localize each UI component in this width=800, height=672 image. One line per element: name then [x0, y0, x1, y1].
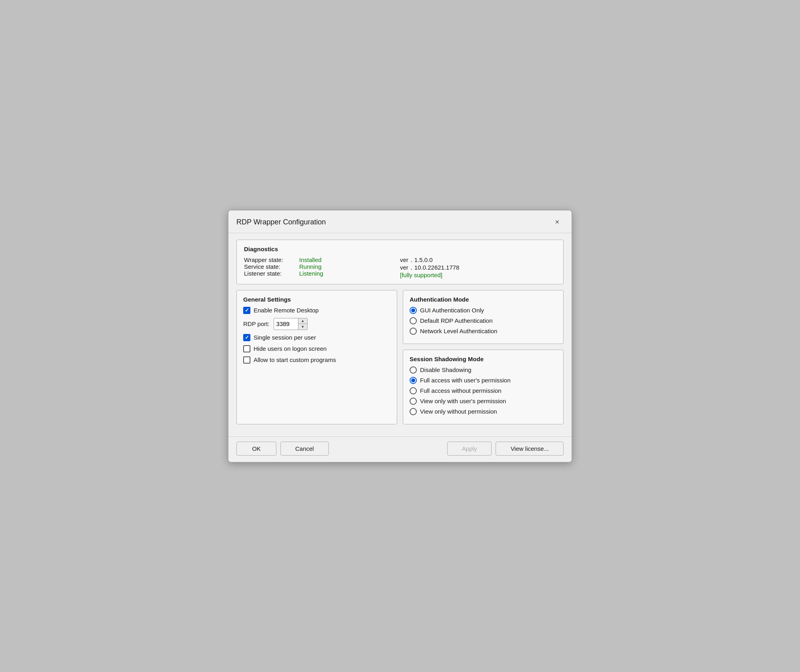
right-panels: Authentication Mode GUI Authentication O… — [403, 290, 564, 424]
enable-rdp-checkbox[interactable] — [243, 307, 250, 314]
auth-option-1-label: Default RDP Authentication — [420, 317, 493, 324]
listener-state-row: Listener state: Listening — [244, 270, 400, 277]
window-title: RDP Wrapper Configuration — [236, 218, 326, 226]
listener-state-value: Listening — [299, 270, 323, 277]
allow-programs-checkbox[interactable] — [243, 356, 250, 364]
shadow-option-1[interactable]: Full access with user's permission — [410, 377, 557, 384]
shadow-radio-0[interactable] — [410, 366, 417, 374]
diagnostics-section: Diagnostics Wrapper state: Installed Ser… — [236, 240, 564, 284]
auth-option-2-label: Network Level Authentication — [420, 328, 497, 334]
listener-state-label: Listener state: — [244, 270, 296, 277]
support-status-row: [fully supported] — [400, 272, 556, 278]
enable-rdp-label: Enable Remote Desktop — [254, 307, 319, 314]
diagnostics-grid: Wrapper state: Installed Service state: … — [244, 256, 556, 278]
ok-button[interactable]: OK — [236, 442, 276, 456]
shadow-option-0[interactable]: Disable Shadowing — [410, 366, 557, 374]
shadow-option-2-label: Full access without permission — [420, 387, 501, 394]
wrapper-state-value: Installed — [299, 256, 322, 263]
auth-option-1[interactable]: Default RDP Authentication — [410, 317, 557, 324]
spin-up-button[interactable]: ▲ — [298, 318, 307, 324]
button-spacer — [333, 442, 443, 456]
main-content: Diagnostics Wrapper state: Installed Ser… — [228, 233, 572, 436]
service-state-row: Service state: Running — [244, 263, 400, 270]
auth-option-2[interactable]: Network Level Authentication — [410, 328, 557, 335]
shadow-radio-2[interactable] — [410, 387, 417, 394]
rdp-wrapper-config-window: RDP Wrapper Configuration × Diagnostics … — [228, 210, 572, 462]
wrapper-version-value: ver．1.5.0.0 — [400, 256, 433, 264]
single-session-row[interactable]: Single session per user — [243, 334, 390, 341]
diagnostics-left-col: Wrapper state: Installed Service state: … — [244, 256, 400, 278]
allow-programs-label: Allow to start custom programs — [254, 356, 336, 363]
general-settings-label: General Settings — [243, 296, 390, 303]
diagnostics-right-col: ver．1.5.0.0 ver．10.0.22621.1778 [fully s… — [400, 256, 556, 278]
apply-button[interactable]: Apply — [447, 442, 492, 456]
auth-radio-0[interactable] — [410, 307, 417, 314]
shadow-option-1-label: Full access with user's permission — [420, 377, 510, 384]
allow-programs-row[interactable]: Allow to start custom programs — [243, 356, 390, 364]
auth-option-0[interactable]: GUI Authentication Only — [410, 307, 557, 314]
general-settings-panel: General Settings Enable Remote Desktop R… — [236, 290, 397, 424]
shadow-radio-4[interactable] — [410, 408, 417, 415]
middle-section: General Settings Enable Remote Desktop R… — [236, 290, 564, 424]
close-button[interactable]: × — [551, 216, 564, 229]
enable-rdp-row[interactable]: Enable Remote Desktop — [243, 307, 390, 314]
authentication-mode-panel: Authentication Mode GUI Authentication O… — [403, 290, 564, 344]
single-session-label: Single session per user — [254, 334, 316, 341]
service-state-value: Running — [299, 263, 322, 270]
shadow-option-2[interactable]: Full access without permission — [410, 387, 557, 394]
rdp-port-input[interactable] — [274, 318, 298, 330]
shadow-option-3[interactable]: View only with user's permission — [410, 398, 557, 405]
spin-down-button[interactable]: ▼ — [298, 324, 307, 330]
hide-users-row[interactable]: Hide users on logon screen — [243, 345, 390, 352]
single-session-checkbox[interactable] — [243, 334, 250, 341]
wrapper-state-row: Wrapper state: Installed — [244, 256, 400, 263]
shadowing-mode-panel: Session Shadowing Mode Disable Shadowing… — [403, 350, 564, 424]
shadow-radio-1[interactable] — [410, 377, 417, 384]
support-status-value: [fully supported] — [400, 272, 442, 278]
rdp-port-spinner[interactable]: ▲ ▼ — [274, 318, 308, 330]
rdp-port-label: RDP port: — [243, 320, 270, 327]
auth-radio-1[interactable] — [410, 317, 417, 324]
auth-option-0-label: GUI Authentication Only — [420, 307, 484, 314]
auth-mode-label: Authentication Mode — [410, 296, 557, 303]
spin-buttons: ▲ ▼ — [298, 318, 307, 330]
shadow-option-4-label: View only without permission — [420, 408, 497, 415]
wrapper-version-row: ver．1.5.0.0 — [400, 256, 556, 264]
diagnostics-label: Diagnostics — [244, 246, 556, 252]
service-state-label: Service state: — [244, 263, 296, 270]
shadow-option-3-label: View only with user's permission — [420, 398, 506, 404]
title-bar: RDP Wrapper Configuration × — [228, 210, 572, 233]
wrapper-state-label: Wrapper state: — [244, 256, 296, 263]
auth-radio-2[interactable] — [410, 328, 417, 335]
rdp-port-row: RDP port: ▲ ▼ — [243, 318, 390, 330]
cancel-button[interactable]: Cancel — [280, 442, 329, 456]
view-license-button[interactable]: View license... — [496, 442, 564, 456]
shadow-radio-3[interactable] — [410, 398, 417, 405]
shadowing-mode-label: Session Shadowing Mode — [410, 356, 557, 362]
service-version-value: ver．10.0.22621.1778 — [400, 264, 459, 272]
service-version-row: ver．10.0.22621.1778 — [400, 264, 556, 272]
bottom-bar: OK Cancel Apply View license... — [228, 436, 572, 462]
hide-users-checkbox[interactable] — [243, 345, 250, 352]
hide-users-label: Hide users on logon screen — [254, 345, 327, 352]
shadow-option-0-label: Disable Shadowing — [420, 366, 471, 373]
shadow-option-4[interactable]: View only without permission — [410, 408, 557, 415]
